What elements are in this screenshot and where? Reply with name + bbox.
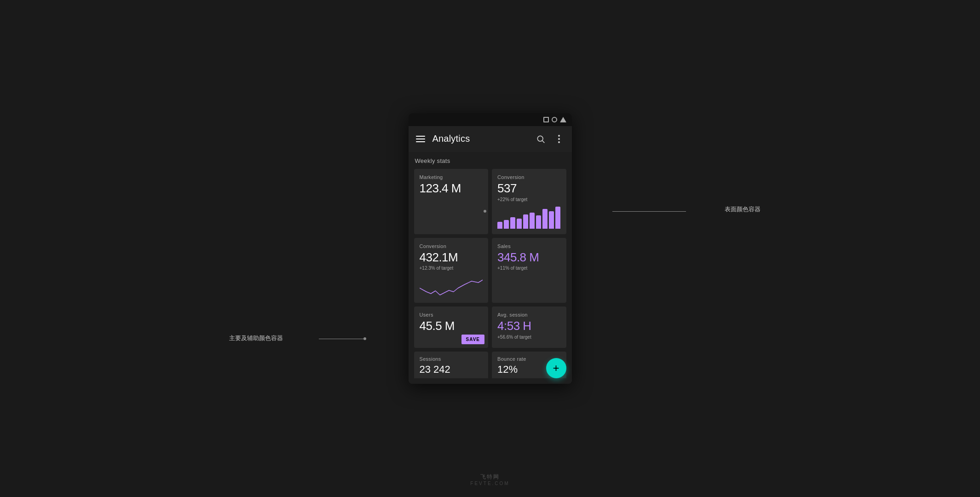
card-avg-session-label: Avg. session xyxy=(497,312,561,318)
annotation-primary: 主要及辅助颜色容器 xyxy=(229,334,283,342)
watermark-sub: FEVTE.COM xyxy=(470,481,509,486)
bar-9 xyxy=(549,211,554,229)
more-options-icon[interactable] xyxy=(553,133,565,144)
card-conversion-top: Conversion 537 +22% of target xyxy=(492,169,566,234)
bar-1 xyxy=(497,222,502,229)
annotation-line-primary xyxy=(319,339,365,339)
card-conversion-bottom: Conversion 432.1M +12.3% of target xyxy=(414,238,489,303)
bar-6 xyxy=(530,213,535,229)
bar-2 xyxy=(504,220,509,229)
status-bar xyxy=(409,113,572,126)
save-button[interactable]: SAVE xyxy=(461,335,485,344)
card-sales-label: Sales xyxy=(497,243,561,249)
search-icon[interactable] xyxy=(535,133,546,144)
line-chart xyxy=(420,274,483,297)
card-avg-session: Avg. session 4:53 H +56.6% of target xyxy=(492,306,566,348)
card-users-label: Users xyxy=(420,312,483,318)
svg-point-0 xyxy=(537,136,543,141)
hamburger-icon[interactable] xyxy=(416,136,425,142)
svg-point-2 xyxy=(558,135,560,137)
card-conversion-top-target: +22% of target xyxy=(497,197,561,202)
status-icon-triangle xyxy=(560,117,566,122)
status-icon-circle xyxy=(552,117,557,122)
bar-8 xyxy=(542,209,548,229)
fab-button[interactable]: + xyxy=(546,358,566,378)
bar-5 xyxy=(523,214,528,229)
card-avg-session-target: +56.6% of target xyxy=(497,335,561,340)
card-marketing-label: Marketing xyxy=(420,174,483,180)
app-bar: Analytics xyxy=(409,126,572,152)
phone-frame: Analytics xyxy=(409,113,572,384)
svg-line-1 xyxy=(542,141,544,143)
watermark: 飞特网 FEVTE.COM xyxy=(470,473,509,486)
card-conversion-top-label: Conversion xyxy=(497,174,561,180)
svg-point-4 xyxy=(558,141,560,143)
bar-4 xyxy=(517,219,522,229)
bar-chart xyxy=(497,206,561,229)
status-icon-square xyxy=(543,117,549,122)
bar-3 xyxy=(510,217,515,229)
card-users-value: 45.5 M xyxy=(420,319,483,333)
card-conversion-bottom-label: Conversion xyxy=(420,243,483,249)
card-sessions-value: 23 242 xyxy=(420,364,483,376)
cards-grid: Marketing 123.4 M Conversion 537 +22% of… xyxy=(414,169,566,348)
app-bar-actions xyxy=(535,133,565,144)
card-users: Users 45.5 M SAVE xyxy=(414,306,489,348)
card-sales-target: +11% of target xyxy=(497,266,561,271)
card-avg-session-value: 4:53 H xyxy=(497,319,561,333)
card-sessions-label: Sessions xyxy=(420,356,483,362)
bar-10 xyxy=(555,207,560,229)
app-bar-title: Analytics xyxy=(432,133,528,144)
section-title: Weekly stats xyxy=(414,157,566,164)
card-marketing: Marketing 123.4 M xyxy=(414,169,489,234)
card-marketing-value: 123.4 M xyxy=(420,182,483,195)
annotation-line-surface xyxy=(612,211,686,212)
annotation-surface: 表面颜色容器 xyxy=(725,205,761,214)
card-sales: Sales 345.8 M +11% of target xyxy=(492,238,566,303)
card-conversion-top-value: 537 xyxy=(497,182,561,195)
watermark-logo: 飞特网 xyxy=(470,473,509,481)
annotation-dot-primary xyxy=(363,337,366,340)
card-conversion-bottom-target: +12.3% of target xyxy=(420,266,483,271)
svg-point-3 xyxy=(558,138,560,140)
card-conversion-bottom-value: 432.1M xyxy=(420,251,483,264)
bottom-row: Sessions 23 242 Bounce rate 12% xyxy=(414,352,566,378)
card-sessions: Sessions 23 242 xyxy=(414,352,489,378)
content-area: Weekly stats Marketing 123.4 M Conversio… xyxy=(409,152,572,384)
bar-7 xyxy=(536,215,541,229)
card-sales-value: 345.8 M xyxy=(497,251,561,264)
